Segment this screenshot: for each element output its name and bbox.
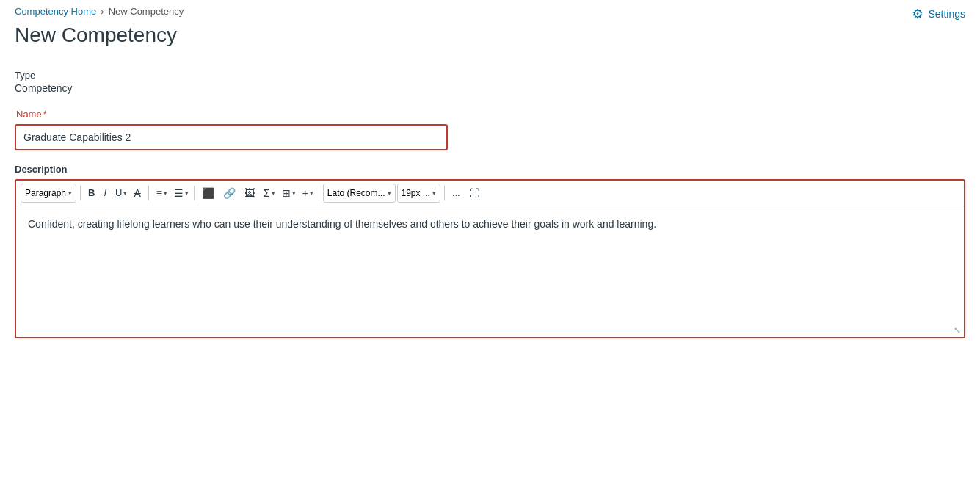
font-size-label: 19px ... [402, 188, 430, 198]
font-size-chevron-icon: ▾ [432, 189, 436, 197]
more-options-button[interactable]: ... [449, 184, 464, 203]
more-options-icon: ... [452, 187, 460, 198]
font-family-button[interactable]: Lato (Recom... ▾ [323, 184, 396, 203]
image-icon: 🖼 [244, 187, 255, 199]
breadcrumb-home-link[interactable]: Competency Home [15, 6, 96, 17]
gear-icon: ⚙ [912, 6, 923, 22]
sep-1 [80, 186, 81, 200]
underline-button[interactable]: U ▾ [112, 184, 128, 203]
align-icon: ≡ [156, 187, 162, 199]
fullscreen-icon: ⛶ [469, 187, 479, 199]
insert-chevron-icon: ▾ [310, 189, 313, 197]
type-label: Type [15, 70, 965, 81]
font-family-label: Lato (Recom... [327, 188, 385, 198]
settings-button[interactable]: ⚙ Settings [912, 6, 965, 22]
sep-3 [194, 186, 195, 200]
type-section: Type Competency [15, 70, 965, 94]
description-label: Description [15, 164, 965, 175]
breadcrumb-separator: › [101, 6, 104, 17]
table-icon: ⊞ [282, 187, 291, 199]
underline-icon: U [115, 187, 122, 198]
editor-content[interactable]: Confident, creating lifelong learners wh… [16, 206, 964, 324]
formula-icon: Σ [264, 187, 270, 199]
resize-handle: ⤡ [16, 324, 964, 337]
breadcrumb: Competency Home › New Competency [15, 6, 965, 17]
editor-toolbar: Paragraph ▾ B I U ▾ [16, 181, 964, 206]
underline-chevron-icon: ▾ [123, 189, 127, 197]
bold-button[interactable]: B [84, 184, 98, 203]
description-section: Description Paragraph ▾ B I [15, 164, 965, 338]
list-chevron-icon: ▾ [185, 189, 189, 197]
table-chevron-icon: ▾ [292, 189, 296, 197]
align-chevron-icon: ▾ [164, 189, 167, 197]
insert-button[interactable]: + ▾ [299, 184, 315, 203]
sep-4 [319, 186, 319, 200]
page-container: Competency Home › New Competency ⚙ Setti… [0, 0, 980, 366]
table-button[interactable]: ⊞ ▾ [278, 184, 297, 203]
list-icon: ☰ [174, 187, 184, 199]
paragraph-group: Paragraph ▾ [21, 184, 76, 203]
editor-wrapper: Paragraph ▾ B I U ▾ [15, 179, 965, 338]
paragraph-label: Paragraph [25, 188, 66, 198]
description-text: Confident, creating lifelong learners wh… [28, 217, 952, 232]
fullscreen-button[interactable]: ⛶ [465, 184, 483, 203]
strikethrough-icon: A [134, 187, 140, 199]
insert-icon: + [302, 187, 308, 199]
link-icon: 🔗 [223, 187, 236, 199]
name-section: Name* [15, 109, 965, 150]
strikethrough-button[interactable]: A [130, 184, 144, 203]
sep-5 [444, 186, 445, 200]
resize-icon: ⤡ [954, 325, 961, 335]
formula-chevron-icon: ▾ [272, 189, 275, 197]
name-input[interactable] [15, 124, 448, 150]
font-family-chevron-icon: ▾ [388, 189, 391, 197]
page-title: New Competency [15, 23, 965, 48]
color-button[interactable]: ⬛ [198, 184, 218, 203]
paragraph-chevron-icon: ▾ [68, 189, 72, 197]
font-size-button[interactable]: 19px ... ▾ [397, 184, 440, 203]
list-button[interactable]: ☰ ▾ [170, 184, 190, 203]
italic-icon: I [104, 187, 106, 198]
link-button[interactable]: 🔗 [219, 184, 239, 203]
settings-label: Settings [928, 8, 965, 20]
paragraph-style-button[interactable]: Paragraph ▾ [21, 184, 76, 203]
sep-2 [148, 186, 149, 200]
italic-button[interactable]: I [100, 184, 110, 203]
color-icon: ⬛ [202, 187, 214, 199]
type-value: Competency [15, 82, 965, 94]
formula-button[interactable]: Σ ▾ [260, 184, 277, 203]
image-button[interactable]: 🖼 [241, 184, 258, 203]
align-button[interactable]: ≡ ▾ [153, 184, 169, 203]
breadcrumb-current: New Competency [109, 6, 184, 17]
name-label: Name* [15, 109, 965, 120]
bold-icon: B [88, 187, 95, 198]
